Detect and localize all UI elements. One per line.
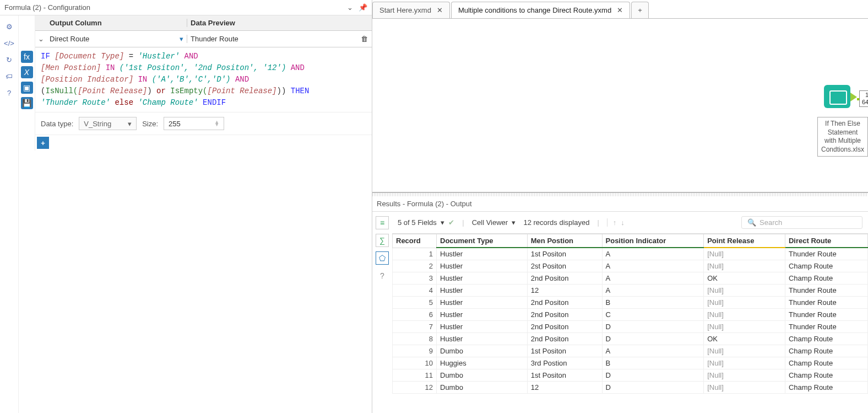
help-icon[interactable]: ? xyxy=(376,269,389,282)
records-displayed: 12 records displayed xyxy=(523,218,589,227)
close-icon[interactable]: ✕ xyxy=(437,6,443,14)
data-type-dropdown[interactable]: V_String▾ xyxy=(79,117,137,130)
table-row[interactable]: 6Hustler2nd PositonC[Null]Thunder Route xyxy=(393,309,868,321)
arrow-up-icon[interactable]: ↑ xyxy=(613,218,617,227)
config-left-toolbar: ⚙ </> ↻ 🏷 ? xyxy=(0,15,19,413)
col-record[interactable]: Record xyxy=(393,234,437,248)
results-title: Results - Formula (2) - Output xyxy=(377,200,472,208)
formula-vert-toolbar xyxy=(19,15,35,47)
table-row[interactable]: 10Huggies3rd PostionB[Null]Champ Route xyxy=(393,357,868,369)
table-row[interactable]: 11Dumbo1st PositonD[Null]Champ Route xyxy=(393,369,868,382)
gear-icon[interactable]: ⚙ xyxy=(4,21,15,32)
delete-icon[interactable]: 🗑 xyxy=(356,35,372,43)
table-row[interactable]: 1Hustler1st PositonA[Null]Thunder Route xyxy=(393,248,868,260)
formula-editor[interactable]: IF [Document Type] = 'Hustler' AND [Men … xyxy=(35,47,372,112)
table-row[interactable]: 7Hustler2nd PositonD[Null]Thunder Route xyxy=(393,321,868,333)
dropdown-arrow-icon: ▾ xyxy=(180,35,183,43)
col-men-postion[interactable]: Men Postion xyxy=(527,234,602,248)
col-point-release[interactable]: Point Release xyxy=(704,234,785,248)
results-left-toolbar: ≡ ∑ ⬠ ? xyxy=(372,212,392,413)
add-expression-button[interactable]: + xyxy=(37,137,49,149)
close-icon[interactable]: ✕ xyxy=(617,6,623,14)
table-row[interactable]: 4Hustler12A[Null]Thunder Route xyxy=(393,285,868,297)
pin-icon[interactable]: 📌 xyxy=(359,3,367,12)
config-panel-title: Formula (2) - Configuration xyxy=(4,3,347,12)
fx-icon[interactable]: fx xyxy=(21,51,33,63)
x-var-icon[interactable]: X xyxy=(21,66,33,78)
data-preview-header: Data Preview xyxy=(187,19,372,27)
table-row[interactable]: 12Dumbo12D[Null]Champ Route xyxy=(393,382,868,394)
code-icon[interactable]: </> xyxy=(4,37,15,49)
size-label: Size: xyxy=(142,120,158,128)
col-direct-route[interactable]: Direct Route xyxy=(785,234,867,248)
collapse-icon[interactable]: ⌄ xyxy=(35,35,46,43)
data-type-label: Data type: xyxy=(41,120,73,128)
results-table[interactable]: Record Document Type Men Postion Positio… xyxy=(392,234,868,394)
help-icon[interactable]: ? xyxy=(4,87,15,98)
size-input[interactable]: 255 ▲▼ xyxy=(164,117,224,130)
table-row[interactable]: 9Dumbo1st PositonA[Null]Champ Route xyxy=(393,345,868,357)
output-field-value: Direct Route xyxy=(50,35,89,43)
arrow-down-icon[interactable]: ↓ xyxy=(621,218,625,227)
table-row[interactable]: 8Hustler2nd PositonDOKChamp Route xyxy=(393,333,868,345)
tag-icon[interactable]: 🏷 xyxy=(4,71,15,82)
input-tool-annotation: If Then Else Statement with Multiple Con… xyxy=(817,117,868,157)
add-tab-button[interactable]: + xyxy=(631,2,649,18)
refresh-icon[interactable]: ↻ xyxy=(4,54,15,65)
col-document-type[interactable]: Document Type xyxy=(437,234,528,248)
table-row[interactable]: 2Hustler2st PositonA[Null]Champ Route xyxy=(393,260,868,272)
chevron-down-icon[interactable]: ⌄ xyxy=(347,3,353,12)
dropdown-arrow-icon: ▾ xyxy=(128,120,132,128)
records-badge: 12 642b xyxy=(859,90,868,107)
stepper-icon[interactable]: ▲▼ xyxy=(214,121,219,127)
search-icon: 🔍 xyxy=(747,218,756,227)
tab-multiple-conditions[interactable]: Multiple conditions to change Direct Rou… xyxy=(451,2,630,18)
table-row[interactable]: 5Hustler2nd PositonB[Null]Thunder Route xyxy=(393,297,868,309)
cell-viewer-dropdown[interactable]: Cell Viewer ▾ xyxy=(472,218,516,227)
table-row[interactable]: 3Hustler2nd PositonAOKChamp Route xyxy=(393,272,868,285)
folder-icon[interactable]: ▣ xyxy=(21,82,33,94)
messages-icon[interactable]: ≡ xyxy=(376,216,389,229)
save-icon[interactable]: 💾 xyxy=(21,97,33,109)
fields-dropdown[interactable]: 5 of 5 Fields ▾ ✔ xyxy=(398,218,454,227)
col-position-indicator[interactable]: Position Indicator xyxy=(602,234,704,248)
output-field-dropdown[interactable]: Direct Route ▾ xyxy=(50,35,187,43)
tab-start-here[interactable]: Start Here.yxmd ✕ xyxy=(372,2,450,18)
output-anchor-icon[interactable] xyxy=(850,93,857,101)
formula-icon-toolbar: fx X ▣ 💾 xyxy=(19,47,35,151)
sum-icon[interactable]: ∑ xyxy=(376,234,389,247)
data-preview-value: Thunder Route xyxy=(187,35,356,43)
output-icon[interactable]: ⬠ xyxy=(376,251,389,265)
output-column-header: Output Column xyxy=(46,19,187,27)
input-tool-icon[interactable] xyxy=(824,85,850,108)
workflow-canvas[interactable]: If Then Else Statement with Multiple Con… xyxy=(372,19,868,192)
search-input[interactable]: 🔍 Search xyxy=(741,216,862,229)
